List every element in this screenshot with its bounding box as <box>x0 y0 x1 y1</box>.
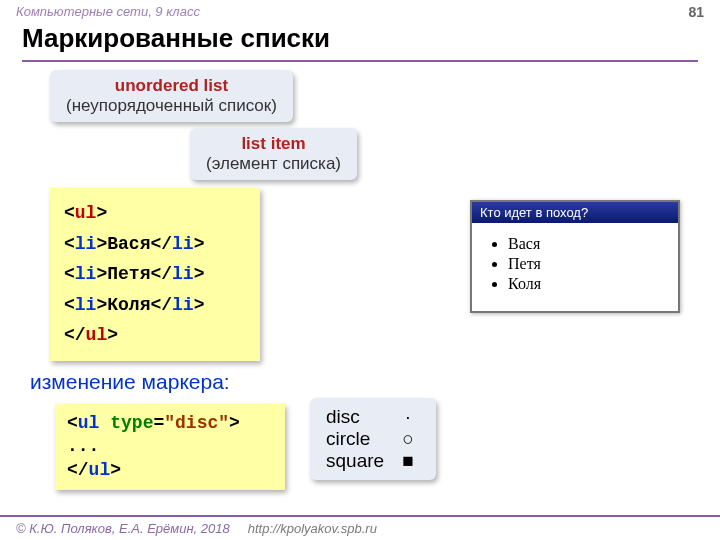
header-breadcrumb: Компьютерные сети, 9 класс 81 <box>0 0 720 21</box>
footer: © К.Ю. Поляков, Е.А. Ерёмин, 2018 http:/… <box>0 515 720 540</box>
marker-row-square: square■ <box>326 450 420 472</box>
list-item: Коля <box>508 275 668 293</box>
page-number: 81 <box>688 4 704 20</box>
code-block-type-attr: <ul type="disc"> ... </ul> <box>55 404 285 490</box>
browser-titlebar: Кто идет в поход? <box>472 202 678 223</box>
marker-types-panel: disc· circle○ square■ <box>310 398 436 480</box>
footer-link: http://kpolyakov.spb.ru <box>248 521 377 536</box>
browser-body: Вася Петя Коля <box>472 223 678 311</box>
footer-copyright: © К.Ю. Поляков, Е.А. Ерёмин, 2018 <box>16 521 230 536</box>
browser-preview: Кто идет в поход? Вася Петя Коля <box>470 200 680 313</box>
code-block-main: <ul> <li>Вася</li> <li>Петя</li> <li>Кол… <box>50 188 260 361</box>
callout-unordered-list: unordered list (неупорядоченный список) <box>50 70 293 122</box>
marker-row-circle: circle○ <box>326 428 420 450</box>
subheading-marker-change: изменение маркера: <box>30 370 230 394</box>
list-item: Петя <box>508 255 668 273</box>
content-area: unordered list (неупорядоченный список) … <box>0 70 720 500</box>
callout-list-item: list item (элемент списка) <box>190 128 357 180</box>
list-item: Вася <box>508 235 668 253</box>
page-title: Маркированные списки <box>0 21 720 60</box>
title-divider <box>22 60 698 62</box>
marker-row-disc: disc· <box>326 406 420 428</box>
